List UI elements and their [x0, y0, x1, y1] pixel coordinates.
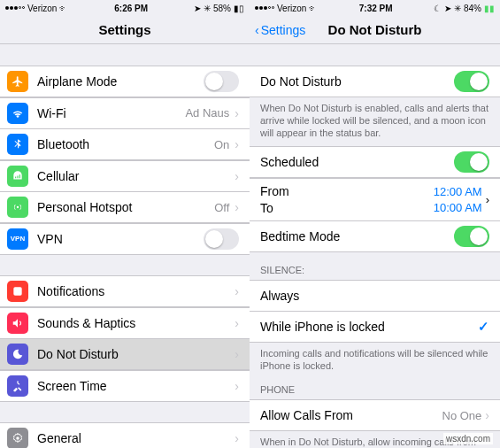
row-label: Cellular: [37, 169, 235, 183]
row-label: General: [37, 431, 235, 445]
chevron-right-icon: ›: [235, 138, 239, 151]
row-airplane[interactable]: Airplane Mode: [0, 66, 250, 97]
chevron-right-icon: ›: [235, 201, 239, 213]
airplane-icon: [7, 71, 28, 92]
status-bar: Verizon ᯤ 6:26 PM ➤ ✳ 58% ▮▯: [0, 0, 250, 16]
svg-point-0: [17, 206, 19, 208]
from-value: 12:00 AM: [434, 185, 482, 198]
vpn-icon: VPN: [7, 228, 28, 250]
screentime-icon: [7, 375, 28, 397]
dnd-toggle-row[interactable]: Do Not Disturb: [250, 66, 500, 97]
chevron-right-icon: ›: [235, 348, 239, 360]
chevron-right-icon: ›: [235, 380, 239, 392]
battery-percent: 84%: [464, 4, 481, 13]
chevron-right-icon: ›: [235, 285, 239, 297]
row-value: Off: [214, 201, 229, 214]
row-label: Bedtime Mode: [260, 229, 454, 243]
row-label: Personal Hotspot: [37, 200, 214, 214]
page-title: Do Not Disturb: [328, 22, 422, 37]
row-label: Scheduled: [260, 155, 454, 169]
dnd-list[interactable]: Do Not Disturb When Do Not Disturb is en…: [250, 44, 500, 448]
row-general[interactable]: General›: [0, 422, 250, 448]
clock: 6:26 PM: [114, 4, 148, 13]
bluetooth-icon: [7, 134, 28, 155]
notifications-icon: [7, 281, 28, 302]
row-label: Always: [260, 289, 489, 303]
back-button[interactable]: ‹ Settings: [255, 23, 305, 37]
location-icon: ➤: [444, 4, 451, 13]
row-value: On: [214, 138, 229, 151]
row-label: Allow Calls From: [260, 408, 442, 422]
settings-screen: Verizon ᯤ 6:26 PM ➤ ✳ 58% ▮▯ Settings Ai…: [0, 0, 250, 448]
dnd-icon: [7, 344, 28, 365]
row-label: Notifications: [37, 284, 235, 298]
chevron-right-icon: ›: [486, 193, 489, 206]
chevron-right-icon: ›: [235, 107, 239, 120]
battery-percent: 58%: [213, 4, 231, 13]
silence-header: SILENCE:: [250, 252, 500, 280]
chevron-left-icon: ‹: [255, 23, 259, 37]
silence-locked-row[interactable]: While iPhone is locked ✓: [250, 311, 500, 343]
wifi-icon: ᯤ: [59, 4, 68, 13]
allow-calls-row[interactable]: Allow Calls From No One ›: [250, 399, 500, 431]
from-label: From: [260, 184, 434, 198]
row-cellular[interactable]: Cellular›: [0, 160, 250, 192]
airplane-toggle[interactable]: [204, 71, 239, 92]
row-label: Wi-Fi: [37, 106, 185, 120]
row-notifications[interactable]: Notifications›: [0, 275, 250, 307]
location-icon: ➤: [194, 4, 201, 13]
row-label: While iPhone is locked: [260, 320, 478, 334]
signal-dots-icon: [5, 6, 25, 10]
schedule-time-row[interactable]: From To 12:00 AM 10:00 AM ›: [250, 178, 500, 221]
bedtime-toggle[interactable]: [454, 226, 489, 247]
cellular-icon: [7, 166, 28, 187]
row-vpn[interactable]: VPNVPN: [0, 223, 250, 255]
hotspot-icon: [7, 197, 28, 218]
battery-icon: ▮▮: [484, 4, 495, 13]
page-title: Settings: [98, 22, 150, 37]
row-dnd[interactable]: Do Not Disturb›: [0, 338, 250, 370]
row-label: Do Not Disturb: [37, 347, 235, 361]
phone-header: PHONE: [250, 379, 500, 399]
wifi-icon: ᯤ: [309, 4, 318, 13]
row-wifi[interactable]: Wi-FiAd Naus›: [0, 97, 250, 129]
nav-bar: ‹ Settings Do Not Disturb: [250, 16, 500, 44]
bedtime-row[interactable]: Bedtime Mode: [250, 220, 500, 252]
svg-rect-1: [13, 287, 21, 295]
nav-bar: Settings: [0, 16, 250, 44]
signal-dots-icon: [255, 6, 274, 10]
row-label: Sounds & Haptics: [37, 316, 235, 330]
to-value: 10:00 AM: [434, 201, 482, 214]
silence-always-row[interactable]: Always: [250, 280, 500, 312]
row-screentime[interactable]: Screen Time›: [0, 370, 250, 402]
battery-icon: ▮▯: [234, 4, 244, 13]
checkmark-icon: ✓: [478, 319, 489, 335]
wifi-icon: [7, 103, 28, 124]
dnd-toggle[interactable]: [454, 71, 489, 92]
row-label: VPN: [37, 232, 204, 246]
row-value: No One: [442, 409, 482, 422]
carrier-label: Verizon: [27, 4, 57, 13]
row-label: Screen Time: [37, 379, 235, 393]
watermark: wsxdn.com: [443, 433, 493, 444]
scheduled-toggle[interactable]: [454, 151, 489, 173]
sounds-icon: [7, 313, 28, 334]
row-label: Airplane Mode: [37, 74, 204, 89]
chevron-right-icon: ›: [485, 408, 489, 422]
row-bluetooth[interactable]: BluetoothOn›: [0, 128, 250, 160]
status-bar: Verizon ᯤ 7:32 PM ☾ ➤ ✳ 84% ▮▮: [250, 0, 500, 16]
row-sounds[interactable]: Sounds & Haptics›: [0, 307, 250, 339]
to-label: To: [260, 201, 434, 215]
dnd-moon-icon: ☾: [434, 4, 442, 13]
chevron-right-icon: ›: [235, 317, 239, 329]
chevron-right-icon: ›: [235, 170, 239, 182]
carrier-label: Verizon: [277, 4, 306, 13]
row-hotspot[interactable]: Personal HotspotOff›: [0, 191, 250, 223]
row-value: Ad Naus: [185, 106, 229, 120]
scheduled-row[interactable]: Scheduled: [250, 146, 500, 178]
chevron-right-icon: ›: [235, 432, 239, 444]
row-label: Do Not Disturb: [260, 74, 454, 89]
row-label: Bluetooth: [37, 137, 214, 151]
vpn-toggle[interactable]: [204, 228, 239, 250]
settings-list[interactable]: Airplane ModeWi-FiAd Naus›BluetoothOn›Ce…: [0, 44, 250, 448]
